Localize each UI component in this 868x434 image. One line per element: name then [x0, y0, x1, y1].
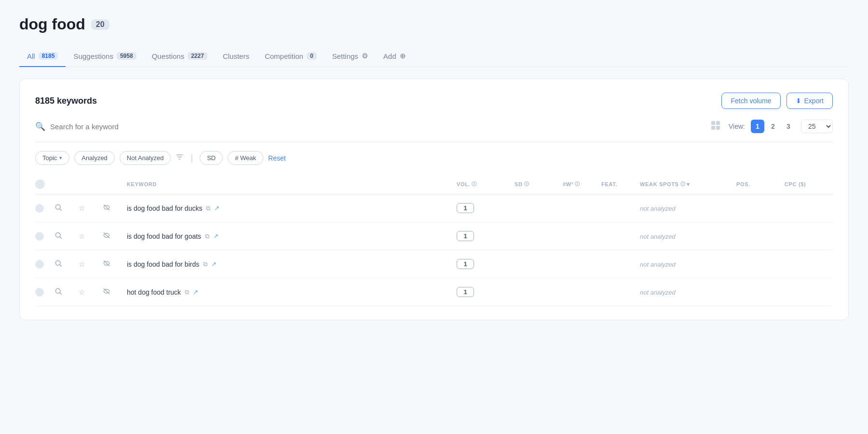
fetch-volume-button[interactable]: Fetch volume: [721, 93, 780, 109]
col-sd-label: SD: [515, 181, 523, 187]
external-link-icon[interactable]: ↗: [211, 260, 217, 268]
tab-questions-badge: 2227: [188, 52, 207, 60]
weak-spots-cell: not analyzed: [640, 260, 736, 268]
tab-questions-label: Questions: [152, 52, 185, 60]
not-analyzed-text: not analyzed: [640, 233, 676, 240]
search-icon: 🔍: [35, 122, 45, 132]
row-hide-icon[interactable]: [103, 259, 127, 269]
keyword-text: hot dog food truck: [127, 288, 181, 296]
row-favorite-icon[interactable]: ☆: [79, 232, 103, 241]
per-page-select[interactable]: 25 50 100: [801, 120, 833, 133]
view-label: View:: [729, 122, 745, 130]
tab-competition-badge: 0: [307, 52, 317, 60]
analyzed-filter-button[interactable]: Analyzed: [74, 151, 114, 165]
col-weak-spots-label: WEAK SPOTS: [640, 181, 679, 187]
tab-suggestions[interactable]: Suggestions 5958: [66, 47, 144, 67]
topic-filter-button[interactable]: Topic ▾: [35, 151, 69, 165]
funnel-icon[interactable]: [176, 153, 184, 163]
tab-add-label: Add: [383, 52, 396, 60]
view-page-1[interactable]: 1: [751, 120, 764, 133]
row-search-icon[interactable]: [54, 287, 79, 297]
search-row: 🔍 View: 1 2 3: [35, 120, 833, 142]
filter-separator: |: [190, 153, 193, 163]
main-content-box: 8185 keywords Fetch volume ⬇ Export 🔍: [19, 79, 849, 320]
col-keyword-label: KEYWORD: [127, 181, 157, 187]
page-container: dog food 20 All 8185 Suggestions 5958 Qu…: [0, 0, 868, 434]
row-hide-icon[interactable]: [103, 231, 127, 241]
row-hide-icon[interactable]: [103, 287, 127, 297]
page-count-badge: 20: [91, 19, 109, 30]
not-analyzed-filter-button[interactable]: Not Analyzed: [120, 151, 171, 165]
row-checkbox[interactable]: [35, 260, 54, 269]
copy-icon[interactable]: ⧉: [185, 288, 189, 296]
header-checkbox[interactable]: [35, 179, 45, 189]
th-sd: SD ⓘ: [515, 181, 563, 188]
view-page-3[interactable]: 3: [782, 120, 795, 133]
keyword-cell: is dog food bad for ducks ⧉ ↗: [127, 204, 457, 212]
keywords-count: 8185 keywords: [35, 96, 97, 106]
vol-badge: 1: [457, 259, 474, 269]
col-feat-label: FEAT.: [601, 181, 617, 187]
external-link-icon[interactable]: ↗: [193, 288, 198, 296]
row-favorite-icon[interactable]: ☆: [79, 260, 103, 269]
table-row: ☆ hot dog food truck ⧉ ↗ 1 not analyzed: [35, 278, 833, 306]
search-input[interactable]: [50, 122, 195, 131]
external-link-icon[interactable]: ↗: [214, 204, 219, 212]
row-favorite-icon[interactable]: ☆: [79, 288, 103, 297]
tab-questions[interactable]: Questions 2227: [144, 47, 215, 67]
row-checkbox[interactable]: [35, 204, 54, 213]
row-search-icon[interactable]: [54, 203, 79, 213]
search-input-wrap: 🔍: [35, 122, 710, 132]
svg-line-5: [60, 208, 62, 210]
row-search-icon[interactable]: [54, 259, 79, 269]
weak-spots-chevron-icon[interactable]: ▾: [687, 181, 690, 188]
tab-suggestions-label: Suggestions: [73, 52, 113, 60]
weak-spots-cell: not analyzed: [640, 288, 736, 296]
tab-all[interactable]: All 8185: [19, 47, 66, 67]
svg-line-13: [60, 264, 62, 266]
keyword-cell: hot dog food truck ⧉ ↗: [127, 288, 457, 296]
row-favorite-icon[interactable]: ☆: [79, 204, 103, 213]
copy-icon[interactable]: ⧉: [203, 260, 207, 268]
copy-icon[interactable]: ⧉: [206, 204, 210, 212]
vol-badge: 1: [457, 231, 474, 241]
th-check: [35, 179, 54, 189]
external-link-icon[interactable]: ↗: [213, 232, 218, 240]
row-search-icon[interactable]: [54, 231, 79, 241]
view-controls: View: 1 2 3 25 50 100: [710, 120, 833, 133]
th-w3: #W³ ⓘ: [563, 181, 601, 188]
weak-filter-tag[interactable]: # Weak: [228, 151, 263, 165]
tab-add[interactable]: Add ⊕: [376, 47, 414, 67]
export-button[interactable]: ⬇ Export: [787, 93, 833, 109]
vol-cell: 1: [457, 203, 515, 213]
col-w3-label: #W³: [563, 181, 573, 187]
weak-spots-cell: not analyzed: [640, 232, 736, 240]
tab-clusters[interactable]: Clusters: [215, 47, 257, 67]
tab-suggestions-badge: 5958: [117, 52, 136, 60]
page-title: dog food: [19, 15, 85, 33]
tab-competition[interactable]: Competition 0: [257, 47, 325, 67]
analyzed-label: Analyzed: [81, 154, 107, 162]
plus-circle-icon: ⊕: [400, 52, 406, 60]
row-hide-icon[interactable]: [103, 203, 127, 213]
not-analyzed-label: Not Analyzed: [127, 154, 164, 162]
table-header: KEYWORD VOL. ⓘ SD ⓘ #W³ ⓘ FEAT.: [35, 175, 833, 194]
view-page-2[interactable]: 2: [766, 120, 780, 133]
tab-settings[interactable]: Settings ⚙: [325, 47, 376, 67]
svg-line-17: [60, 292, 62, 294]
th-feat: FEAT.: [601, 181, 640, 187]
weak-spots-cell: not analyzed: [640, 204, 736, 212]
svg-rect-1: [716, 121, 720, 125]
row-checkbox[interactable]: [35, 232, 54, 241]
reset-button[interactable]: Reset: [268, 154, 286, 162]
topic-label: Topic: [42, 154, 57, 162]
sd-filter-tag[interactable]: SD: [200, 151, 223, 165]
copy-icon[interactable]: ⧉: [205, 232, 209, 240]
grid-icon[interactable]: [710, 120, 721, 133]
svg-rect-3: [716, 126, 720, 130]
not-analyzed-text: not analyzed: [640, 261, 676, 268]
nav-tabs: All 8185 Suggestions 5958 Questions 2227…: [19, 47, 849, 67]
keyword-cell: is dog food bad for birds ⧉ ↗: [127, 260, 457, 268]
table-row: ☆ is dog food bad for ducks ⧉ ↗ 1 not an…: [35, 194, 833, 222]
row-checkbox[interactable]: [35, 288, 54, 297]
